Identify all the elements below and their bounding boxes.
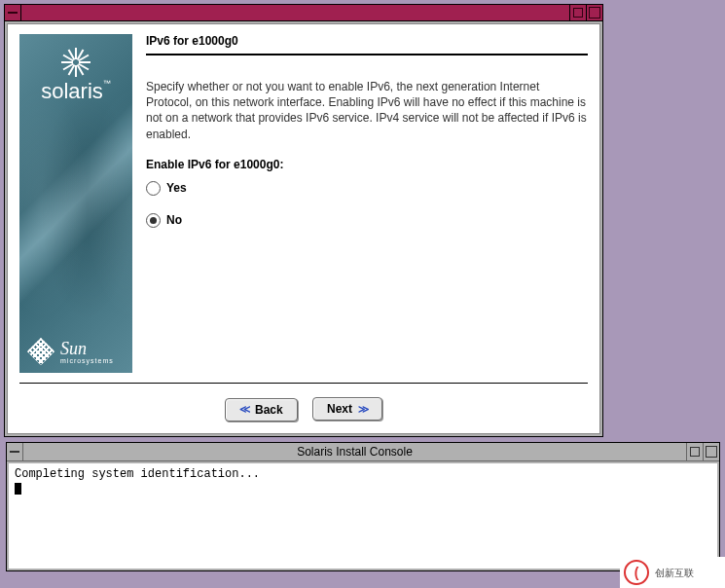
installer-titlebar[interactable]: [5, 5, 602, 21]
installer-window: solaris™ Sun microsystems IPv6 for e1000…: [4, 4, 603, 437]
back-button-label: Back: [255, 403, 283, 417]
radio-option-no[interactable]: No: [146, 213, 588, 228]
watermark-text: 创新互联: [655, 568, 694, 578]
radio-option-yes[interactable]: Yes: [146, 181, 588, 196]
page-title: IPv6 for e1000g0: [146, 34, 588, 55]
field-label: Enable IPv6 for e1000g0:: [146, 158, 588, 171]
installer-body: solaris™ Sun microsystems IPv6 for e1000…: [7, 23, 600, 434]
titlebar-spacer: [21, 5, 569, 20]
text-cursor-icon: [15, 483, 21, 495]
solaris-logo: solaris™: [19, 44, 132, 104]
sun-diamond-icon: [27, 338, 54, 365]
sun-wordmark: Sun: [60, 340, 114, 357]
divider: [19, 383, 588, 384]
console-body: Completing system identification...: [9, 463, 717, 569]
content-panel: IPv6 for e1000g0 Specify whether or not …: [146, 34, 588, 373]
sun-subtext: microsystems: [60, 357, 114, 364]
minimize-icon[interactable]: [686, 443, 703, 460]
chevron-right-icon: ≫: [358, 403, 368, 416]
solaris-wordmark: solaris: [41, 79, 103, 103]
branding-panel: solaris™ Sun microsystems: [19, 34, 132, 373]
console-title-label: Solaris Install Console: [23, 445, 686, 459]
button-row: ≪ Back Next ≫: [19, 393, 588, 423]
console-titlebar[interactable]: Solaris Install Console: [7, 443, 719, 461]
minimize-icon[interactable]: [569, 5, 586, 20]
console-window: Solaris Install Console Completing syste…: [6, 442, 720, 571]
radio-label: Yes: [166, 181, 187, 195]
maximize-icon[interactable]: [586, 5, 602, 20]
radio-icon[interactable]: [146, 181, 161, 196]
page-description: Specify whether or not you want to enabl…: [146, 79, 588, 142]
next-button[interactable]: Next ≫: [312, 397, 382, 421]
window-menu-icon[interactable]: [5, 5, 21, 20]
next-button-label: Next: [327, 402, 352, 416]
radio-label: No: [166, 213, 182, 227]
window-menu-icon[interactable]: [7, 443, 23, 460]
radio-icon[interactable]: [146, 213, 161, 228]
console-line: Completing system identification...: [15, 467, 711, 481]
chevron-left-icon: ≪: [239, 403, 249, 416]
maximize-icon[interactable]: [703, 443, 719, 460]
watermark: 创新互联: [620, 557, 725, 588]
back-button[interactable]: ≪ Back: [225, 398, 298, 422]
sunburst-icon: [61, 48, 91, 77]
watermark-logo-icon: [624, 560, 649, 585]
sun-logo: Sun microsystems: [27, 338, 125, 365]
